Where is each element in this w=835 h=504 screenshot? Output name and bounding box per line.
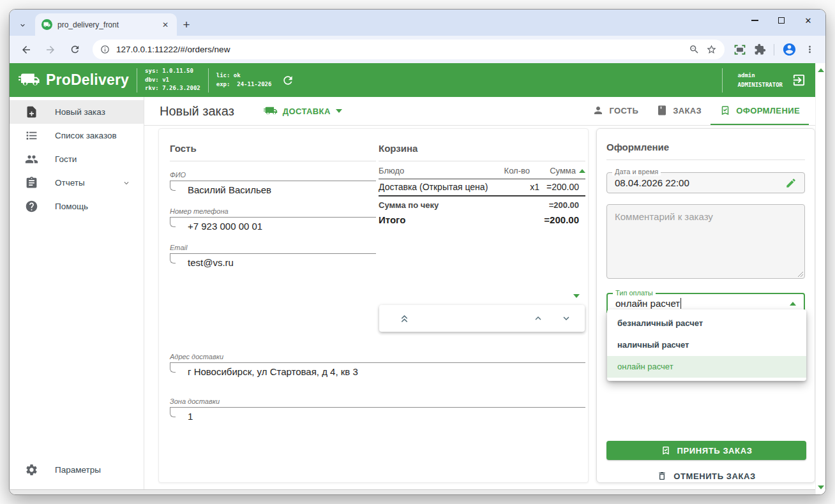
site-info-icon[interactable]: [100, 45, 110, 54]
chevron-up-icon[interactable]: [532, 313, 544, 324]
people-icon: [25, 152, 38, 166]
email-value[interactable]: test@vs.ru: [170, 254, 376, 271]
tab-close-icon[interactable]: ✕: [160, 20, 170, 29]
extensions-puzzle-icon[interactable]: [754, 43, 766, 56]
column-qty[interactable]: Кол-во: [497, 166, 530, 175]
guest-section-title: Гость: [170, 143, 376, 161]
cart-row[interactable]: Доставка (Открытая цена) x1 =200.00: [379, 179, 585, 196]
bookmark-star-icon[interactable]: [706, 44, 717, 55]
chevron-down-icon[interactable]: [560, 313, 572, 324]
cart-subtotal-row: Сумма по чеку =200.00: [379, 196, 585, 211]
payment-option-online[interactable]: онлайн расчет: [607, 356, 806, 378]
edit-datetime-button[interactable]: [785, 177, 797, 189]
profile-avatar-icon[interactable]: [782, 42, 797, 57]
checkout-section-title: Оформление: [606, 142, 805, 160]
browser-menu-icon[interactable]: [804, 44, 815, 55]
column-sum[interactable]: Сумма: [530, 166, 576, 175]
person-icon: [592, 105, 604, 116]
tab-guest[interactable]: ГОСТЬ: [583, 97, 647, 125]
payment-label: Тип оплаты: [613, 289, 656, 297]
tab-checkout[interactable]: ОФОРМЛЕНИЕ: [711, 97, 809, 125]
address-value[interactable]: г Новосибирск, ул Стартовая, д 4, кв 3: [170, 363, 585, 380]
datetime-field[interactable]: Дата и время 08.04.2026 22:00: [606, 172, 805, 193]
browser-tab[interactable]: pro_delivery_front ✕: [35, 13, 177, 36]
payment-value[interactable]: онлайн расчет: [615, 298, 680, 309]
chevron-up-icon: [790, 302, 796, 306]
dish-qty: x1: [506, 182, 539, 192]
forward-button[interactable]: [41, 41, 59, 59]
double-chevron-up-icon[interactable]: [398, 313, 410, 325]
comment-textarea[interactable]: Комментарий к заказу: [606, 204, 805, 279]
reload-button[interactable]: [66, 41, 84, 59]
scroll-down-icon[interactable]: [818, 485, 824, 489]
zone-value[interactable]: 1: [170, 408, 585, 424]
chevron-down-icon: [122, 179, 131, 188]
payment-option-cash[interactable]: наличный расчет: [607, 334, 806, 356]
sidebar-item-guests[interactable]: Гости: [10, 147, 144, 171]
cart-total-row: Итого =200.00: [379, 211, 585, 228]
quantity-toolbar: [379, 305, 585, 332]
phone-value[interactable]: +7 923 000 00 01: [170, 218, 376, 234]
column-dish[interactable]: Блюдо: [379, 166, 497, 175]
phone-field[interactable]: Номер телефона +7 923 000 00 01: [170, 207, 376, 234]
delivery-truck-icon: [264, 106, 278, 117]
refresh-button[interactable]: [282, 74, 294, 87]
input-corner: [170, 253, 176, 263]
zone-field[interactable]: Зона доставки 1: [170, 397, 585, 424]
vertical-scrollbar[interactable]: [815, 63, 825, 494]
gear-icon: [25, 463, 38, 477]
scroll-up-icon[interactable]: [818, 68, 824, 72]
cart-expand-icon[interactable]: [573, 294, 580, 298]
trash-icon: [657, 471, 667, 481]
sidebar-item-order-list[interactable]: Список заказов: [10, 124, 144, 147]
accept-order-button[interactable]: ПРИНЯТЬ ЗАКАЗ: [606, 441, 806, 460]
chevron-down-icon: [336, 109, 342, 113]
address-field[interactable]: Адрес доставки г Новосибирск, ул Стартов…: [170, 353, 585, 380]
fio-field[interactable]: ФИО Василий Васильев: [170, 171, 376, 198]
input-corner: [170, 407, 176, 417]
minimize-button[interactable]: [741, 10, 768, 31]
total-label: Итого: [379, 214, 539, 225]
sidebar-item-label: Помощь: [55, 202, 88, 211]
order-type-select[interactable]: ДОСТАВКА: [264, 106, 342, 117]
datetime-value[interactable]: 08.04.2026 22:00: [615, 177, 689, 188]
fio-value[interactable]: Василий Васильев: [170, 181, 376, 198]
sidebar-item-settings[interactable]: Параметры: [10, 458, 144, 482]
browser-titlebar: pro_delivery_front ✕ + ✕: [10, 10, 825, 36]
sort-asc-icon[interactable]: [579, 169, 585, 173]
browser-toolbar: 127.0.0.1:11222/#/orders/new: [10, 36, 825, 63]
field-label: ФИО: [170, 171, 376, 179]
sidebar-item-new-order[interactable]: Новый заказ: [10, 100, 144, 124]
toolbar-divider: [774, 44, 774, 56]
close-button[interactable]: ✕: [795, 10, 822, 31]
order-type-label: ДОСТАВКА: [283, 107, 331, 116]
sidebar-item-reports[interactable]: Отчеты: [10, 171, 144, 195]
new-tab-button[interactable]: +: [177, 14, 196, 36]
url-text[interactable]: 127.0.0.1:11222/#/orders/new: [116, 45, 682, 54]
back-button[interactable]: [17, 41, 35, 59]
tab-label: ГОСТЬ: [609, 106, 638, 115]
cart-table-header: Блюдо Кол-во Сумма: [379, 161, 585, 179]
brand-name: ProDelivery: [46, 71, 129, 89]
sidebar-item-help[interactable]: Помощь: [10, 195, 144, 218]
horizontal-scrollbar-track[interactable]: [10, 489, 815, 494]
note-add-icon: [25, 105, 38, 119]
maximize-button[interactable]: [768, 10, 795, 31]
user-info: admin ADMINISTRATOR: [738, 71, 783, 89]
tab-label: ЗАКАЗ: [673, 106, 702, 115]
logout-button[interactable]: [792, 73, 806, 87]
app-logo: ProDelivery: [19, 71, 129, 89]
cart-section-title: Корзина: [379, 143, 585, 161]
sidebar-item-label: Отчеты: [55, 178, 85, 188]
address-bar[interactable]: 127.0.0.1:11222/#/orders/new: [93, 40, 725, 59]
payment-option-cashless[interactable]: безналичный расчет: [607, 313, 806, 334]
pencil-icon: [785, 177, 797, 189]
sidebar-item-label: Параметры: [55, 465, 101, 475]
cancel-order-button[interactable]: ОТМЕНИТЬ ЗАКАЗ: [606, 466, 806, 486]
email-field[interactable]: Email test@vs.ru: [170, 244, 376, 271]
zoom-out-icon[interactable]: [689, 44, 700, 55]
screen-capture-icon[interactable]: [733, 43, 746, 56]
content-area: Гость ФИО Василий Васильев Номер телефон…: [144, 126, 815, 489]
tab-search-button[interactable]: [10, 14, 35, 36]
tab-order[interactable]: ЗАКАЗ: [647, 97, 711, 125]
